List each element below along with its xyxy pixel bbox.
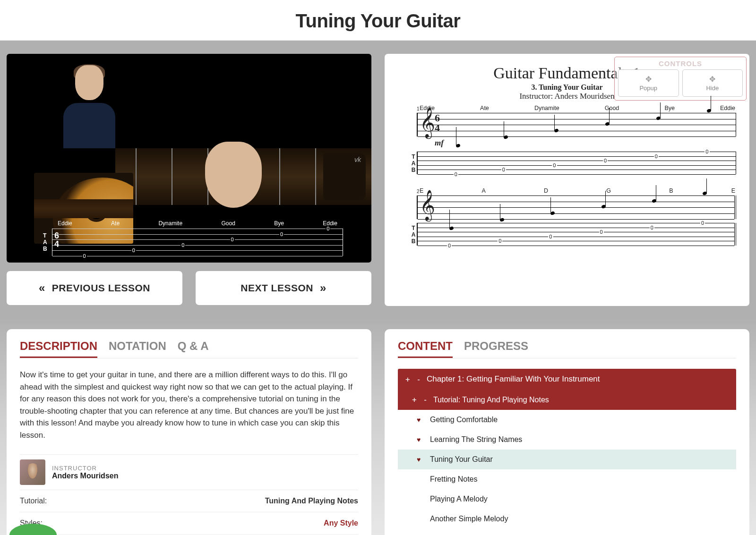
lesson-row[interactable]: ♥Learning The String Names (398, 430, 736, 450)
video-instructor (63, 59, 115, 148)
pick-icon: ♥ (417, 416, 423, 424)
content-panel: CONTENT PROGRESS + - Chapter 1: Getting … (385, 329, 749, 535)
tab-bar-2: TAB 0 0 0 0 0 0 (417, 223, 736, 246)
chapter-header[interactable]: + - Chapter 1: Getting Familiar With You… (398, 369, 736, 390)
staff-bar-2: 2 𝄞 (417, 195, 736, 219)
video-headstock (323, 153, 366, 200)
lesson-title: Tuning Your Guitar (430, 455, 493, 464)
lesson-title: Learning The String Names (430, 435, 522, 444)
lesson-title: Getting Comfortable (430, 416, 498, 424)
instructor-row: INSTRUCTOR Anders Mouridsen (20, 454, 358, 490)
pick-icon: ♥ (417, 456, 423, 463)
lesson-title: Fretting Notes (430, 475, 477, 484)
controls-overlay: CONTROLS ✥ Popup ✥ Hide (614, 57, 747, 101)
tab-qa[interactable]: Q & A (178, 340, 209, 358)
video-player[interactable]: EddieAte DynamiteGood ByeEddie T A B 64 … (7, 54, 371, 263)
hide-button[interactable]: ✥ Hide (682, 69, 743, 97)
notation-panel: CONTROLS ✥ Popup ✥ Hide Guitar Fundament… (385, 54, 749, 306)
description-panel: DESCRIPTION NOTATION Q & A Now it's time… (7, 329, 371, 535)
instructor-label: INSTRUCTOR (52, 465, 118, 472)
dynamic-mark: mf (435, 138, 736, 148)
lesson-title: Another Simple Melody (430, 515, 508, 523)
bar1-labels: EddieAte DynamiteGood ByeEddie (398, 105, 736, 113)
tab-bar-1: TAB 0 0 0 0 0 0 (417, 152, 736, 174)
description-text: Now it's time to get your guitar in tune… (20, 369, 358, 441)
tutorial-header[interactable]: + - Tutorial: Tuning And Playing Notes (398, 390, 736, 410)
instructor-name: Anders Mouridsen (52, 472, 118, 480)
video-tab-overlay: EddieAte DynamiteGood ByeEddie T A B 64 … (35, 220, 343, 256)
lesson-row[interactable]: ♥Getting Comfortable (398, 410, 736, 430)
detail-tutorial: Tutorial: Tuning And Playing Notes (20, 490, 358, 512)
bar2-labels: EA DG BE (398, 187, 736, 195)
move-icon: ✥ (709, 75, 715, 84)
tab-description[interactable]: DESCRIPTION (20, 340, 97, 358)
detail-styles: Styles: Any Style (20, 512, 358, 535)
move-icon: ✥ (645, 75, 652, 84)
pick-icon: ♥ (417, 436, 423, 443)
tab-content[interactable]: CONTENT (398, 340, 453, 358)
style-link[interactable]: Any Style (324, 519, 358, 527)
controls-title: CONTROLS (618, 59, 743, 68)
lesson-row[interactable]: ♥Playing A Melody (398, 489, 736, 509)
staff-bar-1: 1 𝄞 64 (417, 113, 736, 136)
expand-icon: + - (412, 395, 429, 404)
tab-progress[interactable]: PROGRESS (464, 340, 528, 358)
lesson-row[interactable]: ♥Another Simple Melody (398, 509, 736, 529)
previous-lesson-button[interactable]: « PREVIOUS LESSON (7, 271, 182, 305)
video-hand (205, 142, 262, 208)
expand-icon: + - (405, 375, 422, 384)
tab-notation[interactable]: NOTATION (109, 340, 166, 358)
lesson-title: Playing A Melody (430, 495, 488, 503)
page-title: Tuning Your Guitar (0, 10, 756, 32)
treble-clef-icon: 𝄞 (420, 192, 435, 218)
chevron-left-icon: « (39, 281, 45, 295)
page-title-bar: Tuning Your Guitar (0, 0, 756, 40)
lesson-row[interactable]: ♥Fretting Notes (398, 469, 736, 489)
popup-button[interactable]: ✥ Popup (618, 69, 679, 97)
chevron-right-icon: » (320, 281, 326, 295)
lesson-row[interactable]: ♥Tuning Your Guitar (398, 450, 736, 469)
avatar (20, 459, 45, 485)
treble-clef-icon: 𝄞 (420, 109, 435, 136)
next-lesson-button[interactable]: NEXT LESSON » (196, 271, 371, 305)
